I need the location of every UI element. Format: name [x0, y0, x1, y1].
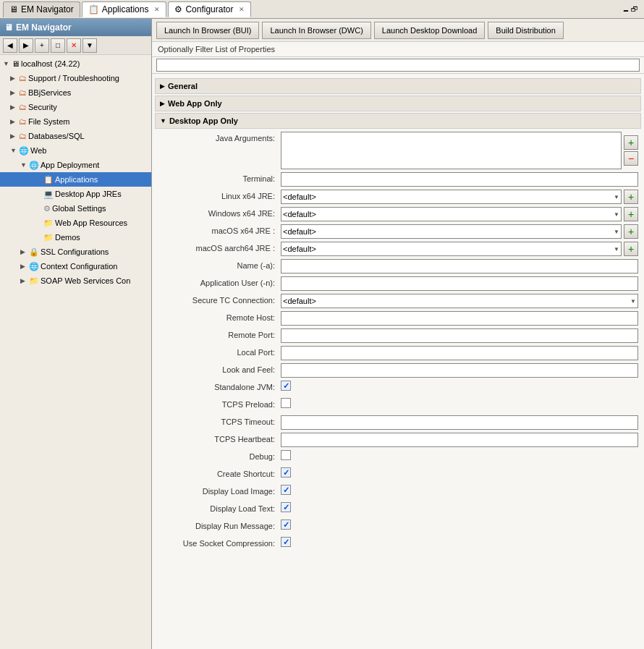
select-windows-x64-jre[interactable]: <default> — [281, 207, 622, 221]
tree-item-appdeployment[interactable]: ▼ 🌐 App Deployment — [0, 158, 151, 172]
label-terminal: Terminal: — [158, 172, 281, 183]
prop-local-port: Local Port: — [152, 344, 644, 362]
nav-delete-btn[interactable]: ✕ — [67, 38, 81, 53]
nav-forward-btn[interactable]: ▶ — [19, 38, 33, 53]
tab-configurator[interactable]: ⚙ Configurator ✕ — [168, 1, 251, 17]
checkbox-display-run-message[interactable] — [281, 519, 291, 530]
close-configurator-tab[interactable]: ✕ — [239, 6, 245, 13]
checkbox-display-load-text[interactable] — [281, 502, 291, 512]
java-args-remove-btn[interactable]: − — [624, 151, 638, 166]
tree-item-soapweb[interactable]: ▶ 📁 SOAP Web Services Con — [0, 273, 151, 288]
build-dist-btn[interactable]: Build Distribution — [488, 22, 564, 39]
label-look-and-feel: Look and Feel: — [158, 363, 281, 374]
tree-item-web[interactable]: ▼ 🌐 Web — [0, 143, 151, 158]
launch-desktop-btn[interactable]: Launch Desktop Download — [374, 22, 485, 39]
checkbox-create-shortcut[interactable] — [281, 467, 291, 478]
title-webapp: Web App Only — [168, 99, 222, 108]
tree-item-support[interactable]: ▶ 🗂 Support / Troubleshooting — [0, 71, 151, 85]
checkbox-display-load-image[interactable] — [281, 485, 291, 495]
checkbox-debug[interactable] — [281, 450, 291, 460]
icon-security: 🗂 — [19, 103, 27, 111]
navigator-icon: 🖥 — [9, 4, 18, 14]
tree-item-filesystem[interactable]: ▶ 🗂 File System — [0, 114, 151, 129]
tree-item-localhost[interactable]: ▼ 🖥 localhost (24.22) — [0, 56, 151, 71]
ctrl-standalone-jvm — [281, 381, 638, 391]
input-local-port[interactable] — [281, 346, 638, 360]
input-remote-port[interactable] — [281, 328, 638, 343]
tab-applications-label: Applications — [102, 4, 149, 14]
input-tcps-heartbeat[interactable] — [281, 433, 638, 447]
checkbox-use-socket-compression[interactable] — [281, 537, 291, 547]
macos-aarch64-jre-add-btn[interactable]: + — [624, 242, 638, 256]
tree-item-applications[interactable]: 📋 Applications — [0, 172, 151, 187]
arrow-appdeployment: ▼ — [20, 161, 27, 169]
tree-item-contextconfig[interactable]: ▶ 🌐 Context Configuration — [0, 259, 151, 273]
arrow-web: ▼ — [10, 147, 17, 154]
label-bbjservices: BBjServices — [28, 88, 71, 97]
tab-applications[interactable]: 📋 Applications ✕ — [82, 1, 167, 17]
select-linux-x64-jre[interactable]: <default> — [281, 190, 622, 204]
input-remote-host[interactable] — [281, 311, 638, 326]
input-name[interactable] — [281, 259, 638, 273]
select-secure-tc[interactable]: <default> — [281, 294, 638, 308]
label-webappresources: Web App Resources — [55, 219, 127, 227]
label-macos-x64-jre: macOS x64 JRE : — [158, 224, 281, 235]
linux-jre-add-btn[interactable]: + — [624, 190, 638, 204]
select-macos-aarch64-jre[interactable]: <default> — [281, 242, 622, 256]
label-display-load-image: Display Load Image: — [158, 485, 281, 496]
tree-item-globalsettings[interactable]: ⚙ Global Settings — [0, 201, 151, 216]
nav-more-btn[interactable]: ▼ — [82, 38, 97, 53]
label-remote-port: Remote Port: — [158, 328, 281, 339]
input-tcps-timeout[interactable] — [281, 415, 638, 430]
windows-jre-add-btn[interactable]: + — [624, 207, 638, 221]
select-wrapper-macos: <default> — [281, 224, 622, 239]
filter-input[interactable] — [156, 59, 640, 72]
tab-em-navigator[interactable]: 🖥 EM Navigator — [3, 1, 80, 17]
ctrl-linux-x64-jre: <default> + — [281, 190, 638, 204]
section-webapp-only[interactable]: ▶ Web App Only — [155, 96, 641, 111]
icon-desktopjres: 💻 — [43, 190, 54, 199]
tree-item-databases[interactable]: ▶ 🗂 Databases/SQL — [0, 129, 151, 143]
tree-item-demos[interactable]: 📁 Demos — [0, 230, 151, 245]
close-applications-tab[interactable]: ✕ — [154, 6, 160, 13]
label-web: Web — [30, 146, 46, 155]
java-args-add-btn[interactable]: + — [624, 135, 638, 150]
checkbox-standalone-jvm[interactable] — [281, 381, 291, 391]
minimize-btn[interactable]: 🗕 — [622, 5, 630, 13]
launch-dwc-btn[interactable]: Launch In Browser (DWC) — [262, 22, 370, 39]
nav-back-btn[interactable]: ◀ — [3, 38, 17, 53]
icon-web: 🌐 — [19, 146, 29, 156]
tab-navigator-label: EM Navigator — [21, 4, 74, 14]
input-java-arguments[interactable] — [281, 132, 622, 169]
icon-globalsettings: ⚙ — [43, 204, 51, 213]
input-look-and-feel[interactable] — [281, 363, 638, 378]
prop-tcps-timeout: TCPS Timeout: — [152, 414, 644, 431]
label-local-port: Local Port: — [158, 346, 281, 357]
label-filesystem: File System — [28, 117, 69, 126]
arrow-security: ▶ — [10, 103, 17, 111]
tree-item-desktopjres[interactable]: 💻 Desktop App JREs — [0, 187, 151, 201]
select-macos-x64-jre[interactable]: <default> — [281, 224, 622, 239]
arrow-webapp: ▶ — [160, 100, 165, 107]
label-contextconfig: Context Configuration — [41, 262, 117, 271]
nav-collapse-btn[interactable]: □ — [51, 38, 65, 53]
title-general: General — [168, 82, 198, 90]
checkbox-tcps-preload[interactable] — [281, 398, 291, 408]
label-secure-tc: Secure TC Connection: — [158, 294, 281, 305]
nav-add-btn[interactable]: + — [35, 38, 49, 53]
tree-item-bbjservices[interactable]: ▶ 🗂 BBjServices — [0, 85, 151, 100]
tree-item-sslconfigs[interactable]: ▶ 🔒 SSL Configurations — [0, 245, 151, 259]
tree-item-security[interactable]: ▶ 🗂 Security — [0, 100, 151, 114]
macos-jre-add-btn[interactable]: + — [624, 224, 638, 239]
ctrl-remote-port — [281, 328, 638, 343]
section-general[interactable]: ▶ General — [155, 78, 641, 94]
label-name: Name (-a): — [158, 259, 281, 270]
tree-item-webappresources[interactable]: 📁 Web App Resources — [0, 216, 151, 230]
launch-bui-btn[interactable]: Launch In Browser (BUI) — [156, 22, 259, 39]
title-desktop: Desktop App Only — [169, 116, 238, 125]
section-desktop-app[interactable]: ▼ Desktop App Only — [155, 113, 641, 129]
restore-btn[interactable]: 🗗 — [631, 5, 638, 13]
content-panel: Launch In Browser (BUI) Launch In Browse… — [152, 19, 644, 649]
input-terminal[interactable] — [281, 172, 638, 187]
input-app-user[interactable] — [281, 276, 638, 291]
